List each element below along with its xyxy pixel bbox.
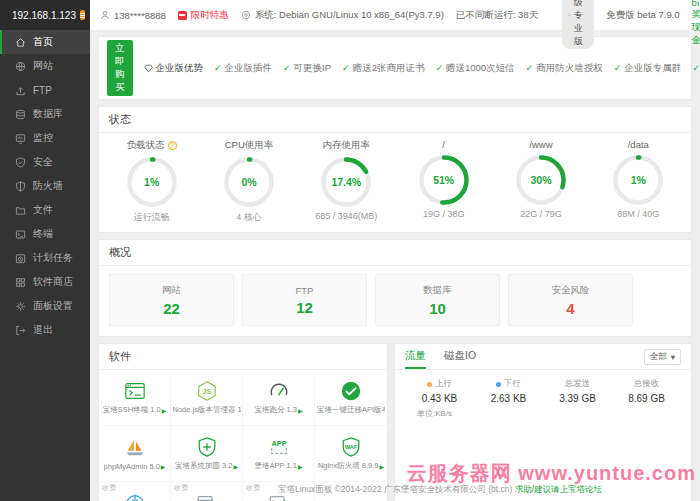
shield-plus-icon (196, 436, 218, 458)
sidebar-item-label: 软件商店 (33, 275, 73, 289)
sidebar-item-firewall[interactable]: 防火墙 (0, 174, 90, 198)
sidebar-item-database[interactable]: 数据库 (0, 102, 90, 126)
folder-icon (15, 205, 26, 216)
downstream-dot (496, 382, 501, 387)
range-select[interactable]: 全部▾ (644, 349, 681, 365)
sidebar-item-settings[interactable]: 面板设置 (0, 294, 90, 318)
sidebar-item-files[interactable]: 文件 (0, 198, 90, 222)
check-icon: ✓ (342, 63, 350, 73)
bug-reward-link[interactable]: [找bug奖现金] (692, 0, 700, 47)
tab-traffic[interactable]: 流量 (405, 344, 426, 369)
account[interactable]: 138****8888 (100, 10, 166, 21)
software-system-hardening[interactable]: 宝塔系统加固 3.2▶ (171, 426, 243, 482)
traffic-legend: 上行0.43 KB 下行2.63 KB 总发送3.39 GB 总接收8.69 G… (395, 370, 691, 406)
overview-ftp[interactable]: FTP12 (242, 274, 367, 326)
sidebar-item-ftp[interactable]: FTP (0, 78, 90, 102)
software-phpmyadmin[interactable]: phpMyAdmin 5.0▶ (99, 426, 171, 482)
promo-badge[interactable]: 限时特惠 (178, 9, 229, 22)
sidebar-item-label: 终端 (33, 227, 53, 241)
check-icon: ✓ (283, 63, 291, 73)
overview-databases[interactable]: 数据库10 (375, 274, 500, 326)
traffic-tabs: 流量 磁盘IO 全部▾ (395, 344, 691, 370)
sidebar-item-label: 安全 (33, 155, 53, 169)
gauge-load: 负载状态? 1% 运行流畅 (104, 139, 200, 224)
sidebar-item-website[interactable]: 网站 (0, 54, 90, 78)
gem-icon (568, 11, 571, 19)
sidebar-item-logout[interactable]: 退出 (0, 318, 90, 342)
upload-icon (15, 85, 26, 96)
feature-item: ✓赠送1000次短信 (435, 62, 514, 75)
sidebar-item-terminal[interactable]: 终端 (0, 222, 90, 246)
software-nginx-waf[interactable]: WAF Nginx防火墙 8.9.9▶ (315, 426, 387, 482)
software-title: 软件 (99, 344, 387, 370)
grid-icon (15, 277, 26, 288)
overview-title: 概况 (99, 240, 691, 266)
check-icon: ✓ (526, 63, 534, 73)
sidebar-item-label: 网站 (33, 59, 53, 73)
overview-websites[interactable]: 网站22 (109, 274, 234, 326)
gauge-disk-root: / 51% 19G / 38G (396, 139, 492, 224)
sidebar-item-label: 文件 (33, 203, 53, 217)
message-badge[interactable] (80, 10, 85, 20)
legend-downstream: 下行2.63 KB (474, 378, 543, 404)
sidebar-item-label: 退出 (33, 323, 53, 337)
globe-icon (15, 61, 26, 72)
terminal-icon (15, 229, 26, 240)
feature-item: ✓企业版插件 (214, 62, 272, 75)
bottom-row: 软件 宝塔SSH终端 1.0▶ JS Node.js版本管理器 1.6▶ 宝 (98, 343, 692, 501)
waf-shield-icon: WAF (340, 436, 362, 458)
feature-item: ✓企业版专属群 (614, 62, 682, 75)
running-icon: ▶ (298, 463, 303, 470)
traffic-card: 流量 磁盘IO 全部▾ 上行0.43 KB 下行2.63 KB 总发送3.39 … (394, 343, 692, 501)
bt-panel-app: 192.168.1.123 首页 网站 FTP 数据库 监控 安全 (0, 0, 700, 501)
os-info: 系统: Debian GNU/Linux 10 x86_64(Py3.7.9) (241, 9, 444, 22)
software-migrate-api[interactable]: 宝塔一键迁移API版本 3.2▶ (315, 370, 387, 426)
firewall-shield-icon (15, 181, 26, 192)
sidebar-item-label: 计划任务 (33, 251, 73, 265)
software-site-monitor-report[interactable]: 收费 网站监控报表 购买 (99, 482, 171, 501)
feature-item: ✓产品授权证书 (692, 62, 700, 75)
status-title: 状态 (99, 107, 691, 133)
svg-text:JS: JS (202, 387, 211, 396)
status-gauges: 负载状态? 1% 运行流畅 CPU使用率 0% 4 核心 内存使用率 17.4%… (99, 133, 691, 232)
sidebar-item-security[interactable]: 安全 (0, 150, 90, 174)
enterprise-promo-bar: 立即购买 企业版优势 ✓企业版插件 ✓可更换IP ✓赠送2张商用证书 ✓赠送10… (98, 36, 692, 100)
sidebar-item-cron[interactable]: 计划任务 (0, 246, 90, 270)
sidebar-item-home[interactable]: 首页 (0, 30, 90, 54)
svg-text:WAF: WAF (345, 444, 358, 450)
check-icon: ✓ (692, 63, 700, 73)
panel-ip: 192.168.1.123 (12, 10, 76, 21)
software-benchmark[interactable]: 宝塔跑分 1.3▶ (243, 370, 315, 426)
gift-icon (178, 11, 187, 20)
buy-now-button[interactable]: 立即购买 (107, 40, 133, 96)
chevron-down-icon: ▾ (671, 352, 675, 362)
sidebar: 192.168.1.123 首页 网站 FTP 数据库 监控 安全 (0, 0, 90, 501)
phpmyadmin-sailboat-icon (124, 437, 146, 459)
copyright-text: 宝塔Linux面板 ©2014-2022 广东堡塔安全技术有限公司 (bt.cn… (278, 484, 512, 494)
overview-security-risks[interactable]: 安全风险4 (508, 274, 633, 326)
gauge-memory: 内存使用率 17.4% 685 / 3946(MB) (298, 139, 394, 224)
svg-text:APP: APP (271, 439, 286, 448)
overview-card: 概况 网站22 FTP12 数据库10 安全风险4 (98, 239, 692, 337)
sidebar-item-app-store[interactable]: 软件商店 (0, 270, 90, 294)
sidebar-item-monitor[interactable]: 监控 (0, 126, 90, 150)
software-nodejs[interactable]: JS Node.js版本管理器 1.6▶ (171, 370, 243, 426)
software-ssh-terminal[interactable]: 宝塔SSH终端 1.0▶ (99, 370, 171, 426)
account-phone: 138****8888 (114, 10, 166, 21)
software-bt-app[interactable]: APP 堡塔APP 1.1▶ (243, 426, 315, 482)
calendar-clock-icon (15, 253, 26, 264)
help-icon[interactable]: ? (168, 141, 177, 150)
forum-link[interactable]: 求助/建议请上宝塔论坛 (515, 484, 602, 494)
software-grid: 宝塔SSH终端 1.0▶ JS Node.js版本管理器 1.6▶ 宝塔跑分 1… (99, 370, 387, 501)
tab-disk-io[interactable]: 磁盘IO (444, 344, 476, 369)
debian-icon (241, 10, 251, 20)
upgrade-pro-badge[interactable]: 升级专业版 (562, 0, 594, 49)
gear-icon (15, 301, 26, 312)
user-icon (100, 10, 110, 20)
shield-check-icon (15, 157, 26, 168)
ssh-terminal-icon (124, 380, 146, 402)
gauge-disk-www: /www 30% 22G / 79G (493, 139, 589, 224)
check-icon: ✓ (614, 63, 622, 73)
enterprise-title: 企业版优势 (144, 62, 204, 75)
monitor-icon (15, 133, 26, 144)
